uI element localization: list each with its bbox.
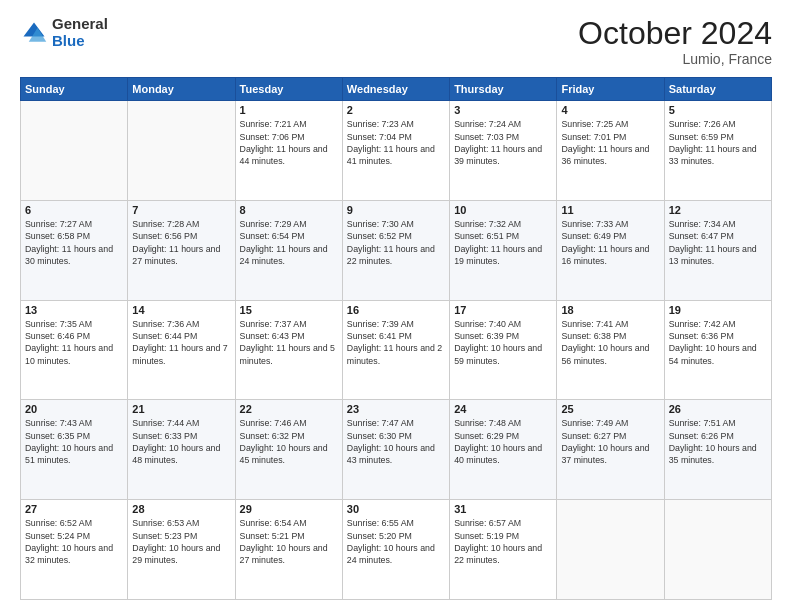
day-number: 23 (347, 403, 445, 415)
table-row: 14Sunrise: 7:36 AM Sunset: 6:44 PM Dayli… (128, 300, 235, 400)
day-number: 3 (454, 104, 552, 116)
table-row: 3Sunrise: 7:24 AM Sunset: 7:03 PM Daylig… (450, 101, 557, 201)
day-number: 18 (561, 304, 659, 316)
day-info: Sunrise: 7:36 AM Sunset: 6:44 PM Dayligh… (132, 318, 230, 367)
table-row (21, 101, 128, 201)
location: Lumio, France (578, 51, 772, 67)
day-info: Sunrise: 7:39 AM Sunset: 6:41 PM Dayligh… (347, 318, 445, 367)
day-number: 27 (25, 503, 123, 515)
day-number: 11 (561, 204, 659, 216)
table-row: 24Sunrise: 7:48 AM Sunset: 6:29 PM Dayli… (450, 400, 557, 500)
day-number: 29 (240, 503, 338, 515)
table-row: 2Sunrise: 7:23 AM Sunset: 7:04 PM Daylig… (342, 101, 449, 201)
day-number: 19 (669, 304, 767, 316)
col-friday: Friday (557, 78, 664, 101)
day-info: Sunrise: 7:28 AM Sunset: 6:56 PM Dayligh… (132, 218, 230, 267)
day-info: Sunrise: 7:37 AM Sunset: 6:43 PM Dayligh… (240, 318, 338, 367)
day-info: Sunrise: 7:47 AM Sunset: 6:30 PM Dayligh… (347, 417, 445, 466)
day-info: Sunrise: 7:29 AM Sunset: 6:54 PM Dayligh… (240, 218, 338, 267)
calendar-page: General Blue October 2024 Lumio, France … (0, 0, 792, 612)
day-number: 17 (454, 304, 552, 316)
day-number: 4 (561, 104, 659, 116)
day-number: 22 (240, 403, 338, 415)
table-row: 13Sunrise: 7:35 AM Sunset: 6:46 PM Dayli… (21, 300, 128, 400)
day-number: 24 (454, 403, 552, 415)
table-row: 20Sunrise: 7:43 AM Sunset: 6:35 PM Dayli… (21, 400, 128, 500)
day-number: 9 (347, 204, 445, 216)
table-row: 12Sunrise: 7:34 AM Sunset: 6:47 PM Dayli… (664, 200, 771, 300)
day-info: Sunrise: 7:35 AM Sunset: 6:46 PM Dayligh… (25, 318, 123, 367)
table-row: 11Sunrise: 7:33 AM Sunset: 6:49 PM Dayli… (557, 200, 664, 300)
day-info: Sunrise: 7:48 AM Sunset: 6:29 PM Dayligh… (454, 417, 552, 466)
day-number: 8 (240, 204, 338, 216)
table-row: 7Sunrise: 7:28 AM Sunset: 6:56 PM Daylig… (128, 200, 235, 300)
table-row: 26Sunrise: 7:51 AM Sunset: 6:26 PM Dayli… (664, 400, 771, 500)
calendar-table: Sunday Monday Tuesday Wednesday Thursday… (20, 77, 772, 600)
day-number: 1 (240, 104, 338, 116)
title-block: October 2024 Lumio, France (578, 16, 772, 67)
day-info: Sunrise: 6:57 AM Sunset: 5:19 PM Dayligh… (454, 517, 552, 566)
col-saturday: Saturday (664, 78, 771, 101)
day-info: Sunrise: 7:21 AM Sunset: 7:06 PM Dayligh… (240, 118, 338, 167)
day-info: Sunrise: 7:23 AM Sunset: 7:04 PM Dayligh… (347, 118, 445, 167)
calendar-week-row: 13Sunrise: 7:35 AM Sunset: 6:46 PM Dayli… (21, 300, 772, 400)
table-row (128, 101, 235, 201)
day-info: Sunrise: 7:24 AM Sunset: 7:03 PM Dayligh… (454, 118, 552, 167)
day-number: 5 (669, 104, 767, 116)
table-row (664, 500, 771, 600)
day-number: 25 (561, 403, 659, 415)
table-row: 22Sunrise: 7:46 AM Sunset: 6:32 PM Dayli… (235, 400, 342, 500)
logo-blue-text: Blue (52, 33, 108, 50)
day-info: Sunrise: 7:34 AM Sunset: 6:47 PM Dayligh… (669, 218, 767, 267)
col-sunday: Sunday (21, 78, 128, 101)
table-row: 29Sunrise: 6:54 AM Sunset: 5:21 PM Dayli… (235, 500, 342, 600)
day-number: 15 (240, 304, 338, 316)
table-row: 28Sunrise: 6:53 AM Sunset: 5:23 PM Dayli… (128, 500, 235, 600)
day-info: Sunrise: 7:44 AM Sunset: 6:33 PM Dayligh… (132, 417, 230, 466)
day-info: Sunrise: 7:33 AM Sunset: 6:49 PM Dayligh… (561, 218, 659, 267)
day-info: Sunrise: 7:49 AM Sunset: 6:27 PM Dayligh… (561, 417, 659, 466)
table-row: 19Sunrise: 7:42 AM Sunset: 6:36 PM Dayli… (664, 300, 771, 400)
day-number: 30 (347, 503, 445, 515)
table-row: 1Sunrise: 7:21 AM Sunset: 7:06 PM Daylig… (235, 101, 342, 201)
day-info: Sunrise: 6:52 AM Sunset: 5:24 PM Dayligh… (25, 517, 123, 566)
logo: General Blue (20, 16, 108, 49)
col-tuesday: Tuesday (235, 78, 342, 101)
table-row: 18Sunrise: 7:41 AM Sunset: 6:38 PM Dayli… (557, 300, 664, 400)
day-number: 12 (669, 204, 767, 216)
day-number: 20 (25, 403, 123, 415)
col-wednesday: Wednesday (342, 78, 449, 101)
day-number: 16 (347, 304, 445, 316)
day-number: 31 (454, 503, 552, 515)
day-number: 7 (132, 204, 230, 216)
logo-general-text: General (52, 16, 108, 33)
logo-icon (20, 19, 48, 47)
day-info: Sunrise: 7:30 AM Sunset: 6:52 PM Dayligh… (347, 218, 445, 267)
day-info: Sunrise: 6:54 AM Sunset: 5:21 PM Dayligh… (240, 517, 338, 566)
day-info: Sunrise: 6:55 AM Sunset: 5:20 PM Dayligh… (347, 517, 445, 566)
day-info: Sunrise: 7:41 AM Sunset: 6:38 PM Dayligh… (561, 318, 659, 367)
day-number: 6 (25, 204, 123, 216)
month-title: October 2024 (578, 16, 772, 51)
calendar-week-row: 6Sunrise: 7:27 AM Sunset: 6:58 PM Daylig… (21, 200, 772, 300)
table-row: 5Sunrise: 7:26 AM Sunset: 6:59 PM Daylig… (664, 101, 771, 201)
day-info: Sunrise: 7:40 AM Sunset: 6:39 PM Dayligh… (454, 318, 552, 367)
table-row (557, 500, 664, 600)
table-row: 21Sunrise: 7:44 AM Sunset: 6:33 PM Dayli… (128, 400, 235, 500)
table-row: 4Sunrise: 7:25 AM Sunset: 7:01 PM Daylig… (557, 101, 664, 201)
calendar-week-row: 1Sunrise: 7:21 AM Sunset: 7:06 PM Daylig… (21, 101, 772, 201)
table-row: 25Sunrise: 7:49 AM Sunset: 6:27 PM Dayli… (557, 400, 664, 500)
col-thursday: Thursday (450, 78, 557, 101)
day-info: Sunrise: 7:26 AM Sunset: 6:59 PM Dayligh… (669, 118, 767, 167)
table-row: 8Sunrise: 7:29 AM Sunset: 6:54 PM Daylig… (235, 200, 342, 300)
day-info: Sunrise: 7:27 AM Sunset: 6:58 PM Dayligh… (25, 218, 123, 267)
table-row: 27Sunrise: 6:52 AM Sunset: 5:24 PM Dayli… (21, 500, 128, 600)
calendar-week-row: 20Sunrise: 7:43 AM Sunset: 6:35 PM Dayli… (21, 400, 772, 500)
table-row: 23Sunrise: 7:47 AM Sunset: 6:30 PM Dayli… (342, 400, 449, 500)
table-row: 31Sunrise: 6:57 AM Sunset: 5:19 PM Dayli… (450, 500, 557, 600)
header: General Blue October 2024 Lumio, France (20, 16, 772, 67)
day-number: 14 (132, 304, 230, 316)
day-number: 13 (25, 304, 123, 316)
col-monday: Monday (128, 78, 235, 101)
day-number: 21 (132, 403, 230, 415)
